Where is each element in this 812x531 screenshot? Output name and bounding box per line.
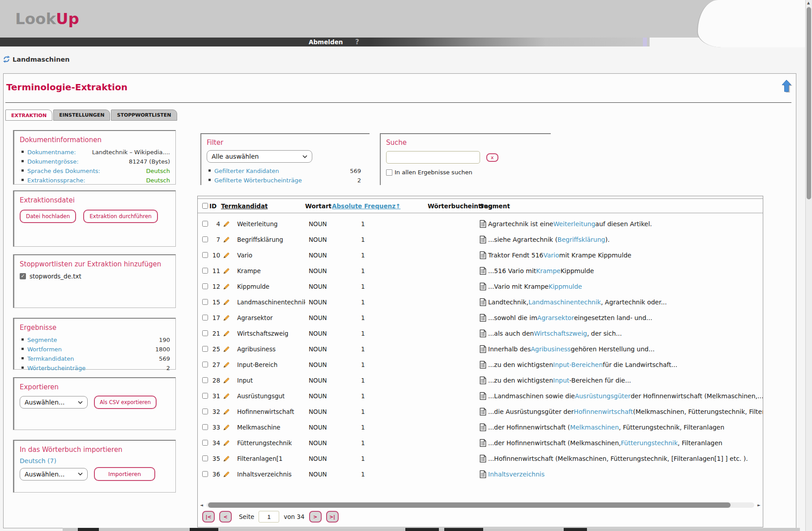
row-checkbox[interactable] [202,236,208,242]
segment-term-link[interactable]: Kippmulde [548,283,582,290]
edit-pencil-icon[interactable] [221,424,232,431]
segment-term-link[interactable]: Input [553,377,569,384]
prev-page-button[interactable]: < [219,511,232,523]
import-language-link[interactable]: Deutsch (7) [20,457,170,464]
row-checkbox[interactable] [202,440,208,446]
segment-document-icon[interactable] [480,439,486,447]
segment-document-icon[interactable] [480,298,486,306]
edit-pencil-icon[interactable] [221,408,232,415]
row-checkbox[interactable] [202,221,208,227]
row-checkbox[interactable] [202,283,208,289]
row-checkbox[interactable] [202,424,208,430]
result-link[interactable]: Gefilterte Wörterbucheinträge [214,176,302,185]
result-link[interactable]: Wortformen [27,345,62,354]
edit-pencil-icon[interactable] [221,267,232,274]
tab-stoppwortlisten[interactable]: STOPPWORTLISTEN [111,110,177,121]
edit-pencil-icon[interactable] [221,314,232,321]
row-checkbox[interactable] [202,393,208,399]
last-page-button[interactable]: >| [326,511,339,523]
segment-document-icon[interactable] [480,423,486,431]
segment-term-link[interactable]: Agrarsektor [537,314,574,321]
segment-document-icon[interactable] [480,267,486,275]
segment-term-link[interactable]: Begriffsklärung [557,236,605,243]
segment-document-icon[interactable] [480,220,486,228]
segment-term-link[interactable]: Vario [544,252,559,259]
scrollbar-thumb[interactable] [208,502,731,508]
segment-term-link[interactable]: Ausrüstungsgüter [575,392,631,400]
header-absolute-frequenz-sort[interactable]: Absolute Frequenz↑ [332,202,421,210]
import-select[interactable]: Auswählen... [20,468,88,480]
help-icon[interactable]: ? [355,38,359,46]
filter-select[interactable]: Alle auswählen [207,150,312,163]
stopword-checkbox[interactable]: ✓ [20,273,26,279]
edit-pencil-icon[interactable] [221,346,232,353]
segment-term-link[interactable]: Krampe [536,267,561,274]
segment-document-icon[interactable] [480,251,486,259]
tab-extraktion[interactable]: EXTRAKTION [5,110,52,121]
tab-einstellungen[interactable]: EINSTELLUNGEN [53,110,110,121]
edit-pencil-icon[interactable] [221,392,232,400]
select-all-checkbox[interactable] [202,203,208,209]
search-input[interactable] [386,151,480,164]
edit-pencil-icon[interactable] [221,455,232,462]
segment-term-link[interactable]: Weiterleitung [553,220,595,228]
scroll-up-icon[interactable]: ▲ [807,1,810,5]
result-link[interactable]: Termkandidaten [27,354,74,363]
next-page-button[interactable]: > [309,511,322,523]
row-checkbox[interactable] [202,330,208,336]
upload-file-button[interactable]: Datei hochladen [20,210,76,223]
segment-term-link[interactable]: Wirtschaftszweig [534,330,587,337]
segment-term-link[interactable]: Inhaltsverzeichnis [488,471,544,478]
result-link[interactable]: Segmente [27,335,57,345]
edit-pencil-icon[interactable] [221,236,232,243]
segment-document-icon[interactable] [480,345,486,353]
export-csv-button[interactable]: Als CSV exportieren [94,396,157,409]
edit-pencil-icon[interactable] [221,283,232,290]
segment-term-link[interactable]: Melkmaschinen [570,424,619,431]
row-checkbox[interactable] [202,268,208,274]
segment-document-icon[interactable] [480,455,486,463]
vertical-scrollbar[interactable]: ▲ [805,0,812,531]
row-checkbox[interactable] [202,409,208,414]
row-checkbox[interactable] [202,346,208,352]
segment-term-link[interactable]: Agribusiness [531,346,570,353]
clear-search-button[interactable]: x [486,153,498,162]
segment-document-icon[interactable] [480,361,486,369]
import-button[interactable]: Importieren [94,467,155,481]
segment-term-link[interactable]: Fütterungstechnik [621,439,678,447]
segment-term-link[interactable]: Hofinnenwirtschaft [574,408,633,415]
segment-document-icon[interactable] [480,236,486,244]
run-extraction-button[interactable]: Extraktion durchführen [83,210,158,223]
logout-link[interactable]: Abmelden [309,38,343,46]
vertical-scrollbar-thumb[interactable] [807,7,811,199]
header-termkandidat[interactable]: Termkandidat [221,202,305,210]
segment-term-link[interactable]: Input-Bereichen [553,361,603,368]
edit-pencil-icon[interactable] [221,330,232,337]
segment-document-icon[interactable] [480,282,486,291]
edit-pencil-icon[interactable] [221,471,232,478]
row-checkbox[interactable] [202,362,208,367]
segment-document-icon[interactable] [480,470,486,478]
edit-pencil-icon[interactable] [221,377,232,384]
row-checkbox[interactable] [202,471,208,477]
export-select[interactable]: Auswählen... [20,396,88,409]
refresh-icon[interactable] [3,55,10,63]
page-number-input[interactable] [259,511,279,523]
segment-document-icon[interactable] [480,329,486,337]
scroll-left-icon[interactable]: ◄ [200,503,203,507]
result-link[interactable]: Gefilterter Kandidaten [214,166,279,176]
edit-pencil-icon[interactable] [221,439,232,447]
scroll-right-icon[interactable]: ► [757,503,761,507]
edit-pencil-icon[interactable] [221,220,232,228]
row-checkbox[interactable] [202,252,208,258]
row-checkbox[interactable] [202,455,208,461]
row-checkbox[interactable] [202,377,208,383]
row-checkbox[interactable] [202,315,208,320]
edit-pencil-icon[interactable] [221,299,232,306]
segment-term-link[interactable]: Landmaschinentechnik [528,299,601,306]
search-all-checkbox[interactable] [386,169,392,176]
segment-document-icon[interactable] [480,408,486,416]
row-checkbox[interactable] [202,299,208,305]
edit-pencil-icon[interactable] [221,252,232,259]
result-link[interactable]: Wörterbucheinträge [27,363,85,373]
